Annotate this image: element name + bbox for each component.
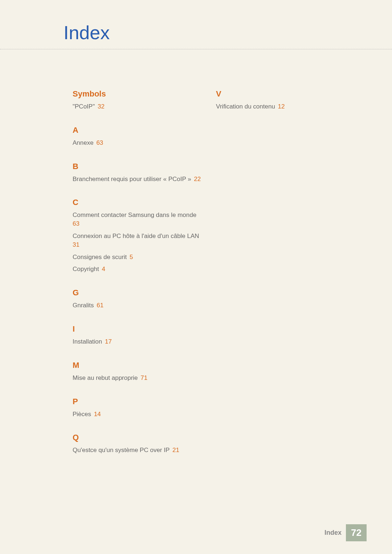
entry-page-link[interactable]: 5 (128, 254, 133, 260)
index-entry: Pièces 14 (73, 410, 205, 419)
section-heading: V (216, 89, 348, 99)
index-section: VVrification du contenu 12 (216, 89, 348, 111)
index-entry: Consignes de scurit 5 (73, 253, 205, 262)
entry-text: Consignes de scurit (73, 254, 127, 260)
entry-text: Qu'estce qu'un système PC over IP (73, 447, 170, 454)
index-section: MMise au rebut approprie 71 (73, 361, 205, 382)
index-section: GGnralits 61 (73, 288, 205, 310)
section-heading: A (73, 126, 205, 135)
index-section: PPièces 14 (73, 397, 205, 419)
index-section: CComment contacter Samsung dans le monde… (73, 198, 205, 274)
index-entry: "PCoIP" 32 (73, 102, 205, 111)
section-heading: I (73, 324, 205, 334)
index-section: IInstallation 17 (73, 324, 205, 346)
entry-text: Gnralits (73, 302, 94, 309)
section-heading: P (73, 397, 205, 406)
index-entry: Installation 17 (73, 337, 205, 346)
entry-page-link[interactable]: 63 (95, 139, 103, 146)
section-heading: B (73, 162, 205, 171)
page-title: Index (0, 0, 392, 49)
entry-text: Pièces (73, 411, 91, 418)
section-heading: Q (73, 433, 205, 442)
section-heading: M (73, 361, 205, 370)
left-column: Symbols"PCoIP" 32AAnnexe 63BBranchement … (73, 89, 205, 469)
section-heading: C (73, 198, 205, 207)
entry-text: Mise au rebut approprie (73, 374, 138, 381)
entry-page-link[interactable]: 12 (276, 103, 285, 110)
index-section: BBranchement requis pour utiliser « PCoI… (73, 162, 205, 184)
entry-text: Vrification du contenu (216, 103, 275, 110)
index-section: AAnnexe 63 (73, 126, 205, 147)
footer-label: Index (324, 529, 342, 537)
entry-page-link[interactable]: 17 (103, 338, 112, 345)
entry-page-link[interactable]: 71 (139, 374, 148, 381)
index-entry: Annexe 63 (73, 139, 205, 147)
footer-page-number: 72 (346, 524, 367, 541)
entry-text: Copyright (73, 266, 99, 272)
entry-text: Annexe (73, 139, 94, 146)
index-entry: Qu'estce qu'un système PC over IP 21 (73, 446, 205, 455)
index-content: Symbols"PCoIP" 32AAnnexe 63BBranchement … (0, 49, 392, 469)
entry-text: Branchement requis pour utiliser « PCoIP… (73, 176, 191, 182)
index-entry: Branchement requis pour utiliser « PCoIP… (73, 175, 205, 184)
entry-text: Connexion au PC hôte à l'aide d'un câble… (73, 233, 199, 239)
entry-page-link[interactable]: 31 (73, 241, 79, 248)
index-entry: Comment contacter Samsung dans le monde … (73, 211, 205, 228)
entry-page-link[interactable]: 61 (95, 302, 104, 309)
section-heading: G (73, 288, 205, 297)
footer: Index 72 (324, 524, 367, 541)
index-entry: Copyright 4 (73, 265, 205, 274)
entry-page-link[interactable]: 63 (73, 220, 79, 227)
entry-text: "PCoIP" (73, 103, 95, 110)
entry-text: Installation (73, 338, 102, 345)
entry-page-link[interactable]: 22 (192, 176, 201, 182)
index-section: Symbols"PCoIP" 32 (73, 89, 205, 111)
index-entry: Mise au rebut approprie 71 (73, 374, 205, 382)
entry-text: Comment contacter Samsung dans le monde (73, 212, 196, 218)
index-entry: Gnralits 61 (73, 301, 205, 310)
index-entry: Connexion au PC hôte à l'aide d'un câble… (73, 232, 205, 249)
right-column: VVrification du contenu 12 (216, 89, 348, 469)
index-entry: Vrification du contenu 12 (216, 102, 348, 111)
entry-page-link[interactable]: 4 (100, 266, 105, 272)
entry-page-link[interactable]: 21 (171, 447, 179, 454)
entry-page-link[interactable]: 14 (92, 411, 101, 418)
index-section: QQu'estce qu'un système PC over IP 21 (73, 433, 205, 455)
section-heading: Symbols (73, 89, 205, 99)
entry-page-link[interactable]: 32 (96, 103, 105, 110)
